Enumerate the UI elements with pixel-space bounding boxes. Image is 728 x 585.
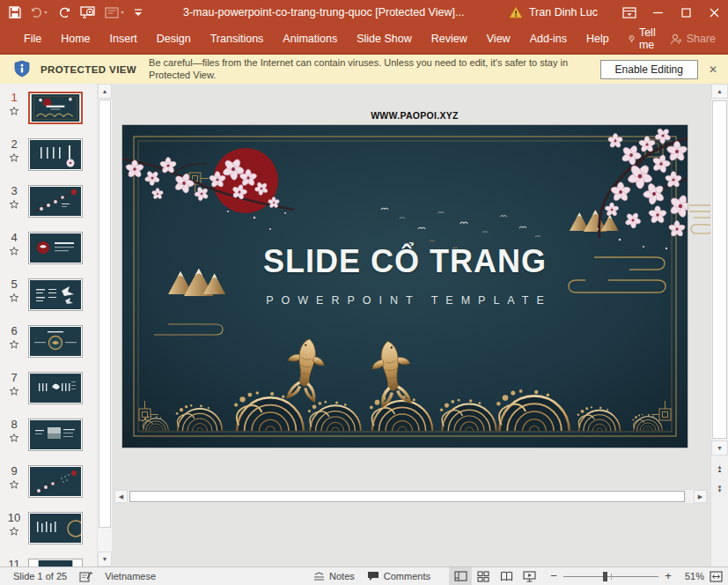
tell-me-box[interactable]: Tell me [619, 26, 670, 51]
share-button[interactable]: Share [670, 33, 716, 45]
fit-to-window-icon[interactable] [710, 571, 723, 582]
scroll-right-icon[interactable]: ▶ [694, 490, 707, 503]
slide-9-thumbnail[interactable] [28, 465, 83, 498]
powerpoint-window: 3-mau-powerpoint-co-trang-trung-quoc [Pr… [0, 0, 728, 585]
watermark-text: WWW.PAOPOI.XYZ [122, 110, 688, 121]
animation-star-icon[interactable] [10, 340, 18, 349]
animation-star-icon[interactable] [10, 247, 18, 255]
scrollbar-thumb[interactable] [99, 100, 111, 528]
zoom-out-button[interactable]: − [549, 572, 558, 581]
slide-11-thumbnail[interactable] [28, 559, 83, 566]
slide-8-thumbnail[interactable] [28, 418, 83, 451]
slide-subtitle[interactable]: POWERPOINT TEMPLATE [122, 294, 688, 307]
zoom-controls: − + 51% [549, 571, 723, 582]
slide-layout-icon[interactable] [105, 7, 124, 19]
scroll-up-icon[interactable]: ▲ [711, 84, 728, 99]
slide-4-thumbnail[interactable] [28, 232, 83, 264]
comments-button[interactable]: Comments [361, 567, 437, 585]
scroll-down-icon[interactable]: ▼ [711, 441, 728, 455]
tab-home[interactable]: Home [51, 25, 99, 53]
window-title: 3-mau-powerpoint-co-trang-trung-quoc [Pr… [183, 6, 464, 19]
quick-access-toolbar [9, 6, 143, 19]
horizontal-scrollbar[interactable]: ◀ ▶ [114, 489, 708, 504]
slide-2-thumbnail[interactable] [28, 138, 83, 171]
thumbnail-row-7: 7 [0, 372, 97, 404]
slide-6-thumbnail[interactable] [28, 325, 83, 358]
protected-view-label: PROTECTED VIEW [40, 64, 136, 75]
banner-close-icon[interactable]: ✕ [709, 63, 717, 76]
next-slide-button[interactable]: ▼▼ [711, 482, 728, 496]
zoom-level[interactable]: 51% [678, 571, 704, 581]
slide-canvas[interactable]: WWW.PAOPOI.XYZ [112, 84, 710, 566]
thumbnail-row-1: 1 [0, 92, 97, 124]
protected-view-message: Be careful—files from the Internet can c… [149, 57, 599, 82]
tab-view[interactable]: View [477, 25, 520, 53]
slide-3-thumbnail[interactable] [28, 185, 83, 218]
main-area: 1 2 3 4 [0, 84, 728, 566]
animation-star-icon[interactable] [10, 293, 18, 302]
current-slide[interactable]: SLIDE CỔ TRANG POWERPOINT TEMPLATE [122, 125, 688, 448]
reading-view-button[interactable] [495, 567, 518, 585]
offslide-decoration [689, 198, 710, 244]
previous-slide-button[interactable]: ▲▲ [711, 462, 728, 476]
slide-counter[interactable]: Slide 1 of 25 [7, 567, 73, 585]
slide-number: 6 [11, 325, 17, 337]
animation-star-icon[interactable] [10, 433, 18, 442]
scroll-up-icon[interactable]: ▲ [98, 84, 112, 99]
slide-sorter-view-button[interactable] [472, 567, 495, 585]
scrollbar-thumb[interactable] [712, 100, 727, 439]
tab-transitions[interactable]: Transitions [201, 25, 274, 53]
minimize-button[interactable] [643, 0, 672, 25]
scroll-left-icon[interactable]: ◀ [114, 490, 128, 503]
animation-star-icon[interactable] [10, 527, 18, 536]
tab-animations[interactable]: Animations [273, 25, 347, 53]
slide-7-thumbnail[interactable] [28, 372, 83, 404]
scrollbar-thumb[interactable] [129, 491, 685, 502]
tab-file[interactable]: File [14, 25, 51, 53]
animation-star-icon[interactable] [10, 387, 18, 396]
zoom-slider-thumb[interactable] [603, 572, 607, 581]
tab-insert[interactable]: Insert [100, 25, 147, 53]
animation-star-icon[interactable] [10, 480, 18, 489]
close-button[interactable] [700, 0, 728, 25]
slide-1-thumbnail[interactable] [28, 92, 83, 124]
tab-add-ins[interactable]: Add-ins [520, 25, 577, 53]
customize-qat-icon[interactable] [134, 8, 143, 17]
slide-number: 3 [11, 185, 17, 197]
slide-10-thumbnail[interactable] [28, 512, 83, 544]
maximize-button[interactable] [672, 0, 700, 25]
slide-5-thumbnail[interactable] [28, 278, 83, 311]
slide-title[interactable]: SLIDE CỔ TRANG [122, 243, 688, 280]
undo-icon[interactable] [31, 7, 48, 19]
normal-view-button[interactable] [449, 567, 472, 585]
tab-review[interactable]: Review [422, 25, 477, 53]
notes-icon [313, 572, 325, 581]
zoom-in-button[interactable]: + [664, 572, 673, 581]
scroll-down-icon[interactable]: ▼ [98, 552, 112, 566]
start-slideshow-icon[interactable] [80, 6, 95, 19]
tab-slide-show[interactable]: Slide Show [347, 25, 422, 53]
redo-icon[interactable] [58, 7, 70, 19]
ribbon-display-options-icon[interactable] [615, 0, 643, 25]
animation-star-icon[interactable] [10, 153, 18, 162]
tab-design[interactable]: Design [147, 25, 201, 53]
animation-star-icon[interactable] [10, 200, 18, 209]
animation-star-icon[interactable] [10, 107, 18, 115]
slide-number: 11 [8, 559, 20, 566]
tab-help[interactable]: Help [577, 25, 619, 53]
zoom-slider[interactable] [563, 576, 658, 577]
language-indicator[interactable]: Vietnamese [99, 567, 162, 585]
slide-thumbnail-panel: 1 2 3 4 [0, 84, 97, 566]
slide-number: 1 [11, 92, 17, 104]
thumbnail-panel-scrollbar[interactable]: ▲ ▼ [97, 84, 112, 566]
vertical-scrollbar[interactable]: ▲ ▼ ▲▲ ▼▼ [710, 84, 728, 566]
spell-check-icon[interactable] [73, 567, 99, 585]
user-account[interactable]: Tran Dinh Luc [509, 6, 598, 19]
slide-number: 9 [11, 465, 17, 478]
enable-editing-button[interactable]: Enable Editing [600, 60, 698, 79]
save-icon[interactable] [9, 6, 21, 19]
thumbnail-row-2: 2 [0, 138, 97, 171]
slide-show-view-button[interactable] [518, 567, 540, 585]
thumbnail-row-11: 11 [0, 559, 97, 566]
notes-button[interactable]: Notes [307, 567, 361, 585]
